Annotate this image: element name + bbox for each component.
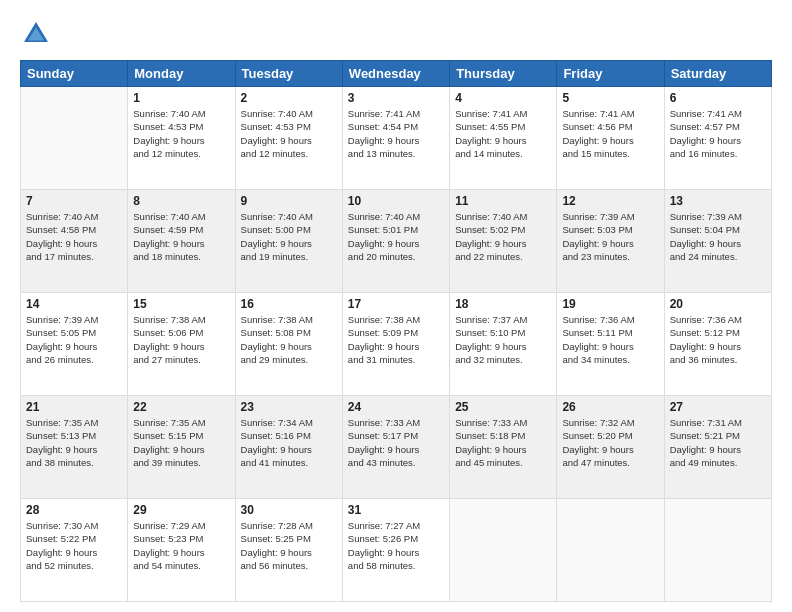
cell-content: Sunrise: 7:31 AM Sunset: 5:21 PM Dayligh… xyxy=(670,416,766,469)
cell-content: Sunrise: 7:40 AM Sunset: 5:02 PM Dayligh… xyxy=(455,210,551,263)
day-number: 11 xyxy=(455,194,551,208)
cell-content: Sunrise: 7:35 AM Sunset: 5:15 PM Dayligh… xyxy=(133,416,229,469)
day-number: 16 xyxy=(241,297,337,311)
day-number: 5 xyxy=(562,91,658,105)
header xyxy=(20,18,772,50)
calendar-cell: 12Sunrise: 7:39 AM Sunset: 5:03 PM Dayli… xyxy=(557,190,664,293)
cell-content: Sunrise: 7:40 AM Sunset: 4:53 PM Dayligh… xyxy=(241,107,337,160)
calendar-cell: 1Sunrise: 7:40 AM Sunset: 4:53 PM Daylig… xyxy=(128,87,235,190)
column-header-wednesday: Wednesday xyxy=(342,61,449,87)
calendar-cell xyxy=(557,499,664,602)
calendar-cell: 15Sunrise: 7:38 AM Sunset: 5:06 PM Dayli… xyxy=(128,293,235,396)
calendar-cell: 2Sunrise: 7:40 AM Sunset: 4:53 PM Daylig… xyxy=(235,87,342,190)
cell-content: Sunrise: 7:38 AM Sunset: 5:09 PM Dayligh… xyxy=(348,313,444,366)
calendar-cell xyxy=(21,87,128,190)
cell-content: Sunrise: 7:30 AM Sunset: 5:22 PM Dayligh… xyxy=(26,519,122,572)
cell-content: Sunrise: 7:38 AM Sunset: 5:08 PM Dayligh… xyxy=(241,313,337,366)
cell-content: Sunrise: 7:40 AM Sunset: 5:01 PM Dayligh… xyxy=(348,210,444,263)
calendar-cell: 17Sunrise: 7:38 AM Sunset: 5:09 PM Dayli… xyxy=(342,293,449,396)
calendar-cell: 28Sunrise: 7:30 AM Sunset: 5:22 PM Dayli… xyxy=(21,499,128,602)
cell-content: Sunrise: 7:41 AM Sunset: 4:56 PM Dayligh… xyxy=(562,107,658,160)
cell-content: Sunrise: 7:33 AM Sunset: 5:18 PM Dayligh… xyxy=(455,416,551,469)
day-number: 8 xyxy=(133,194,229,208)
cell-content: Sunrise: 7:41 AM Sunset: 4:54 PM Dayligh… xyxy=(348,107,444,160)
calendar-cell: 16Sunrise: 7:38 AM Sunset: 5:08 PM Dayli… xyxy=(235,293,342,396)
day-number: 26 xyxy=(562,400,658,414)
cell-content: Sunrise: 7:40 AM Sunset: 4:58 PM Dayligh… xyxy=(26,210,122,263)
column-header-saturday: Saturday xyxy=(664,61,771,87)
logo-icon xyxy=(20,18,52,50)
day-number: 13 xyxy=(670,194,766,208)
calendar-cell: 14Sunrise: 7:39 AM Sunset: 5:05 PM Dayli… xyxy=(21,293,128,396)
column-header-thursday: Thursday xyxy=(450,61,557,87)
cell-content: Sunrise: 7:37 AM Sunset: 5:10 PM Dayligh… xyxy=(455,313,551,366)
cell-content: Sunrise: 7:39 AM Sunset: 5:04 PM Dayligh… xyxy=(670,210,766,263)
day-number: 7 xyxy=(26,194,122,208)
calendar-cell: 30Sunrise: 7:28 AM Sunset: 5:25 PM Dayli… xyxy=(235,499,342,602)
day-number: 12 xyxy=(562,194,658,208)
calendar-cell: 25Sunrise: 7:33 AM Sunset: 5:18 PM Dayli… xyxy=(450,396,557,499)
column-header-monday: Monday xyxy=(128,61,235,87)
calendar-cell xyxy=(664,499,771,602)
calendar-cell: 31Sunrise: 7:27 AM Sunset: 5:26 PM Dayli… xyxy=(342,499,449,602)
calendar-cell: 10Sunrise: 7:40 AM Sunset: 5:01 PM Dayli… xyxy=(342,190,449,293)
day-number: 31 xyxy=(348,503,444,517)
day-number: 30 xyxy=(241,503,337,517)
day-number: 17 xyxy=(348,297,444,311)
calendar-cell: 27Sunrise: 7:31 AM Sunset: 5:21 PM Dayli… xyxy=(664,396,771,499)
cell-content: Sunrise: 7:41 AM Sunset: 4:57 PM Dayligh… xyxy=(670,107,766,160)
cell-content: Sunrise: 7:34 AM Sunset: 5:16 PM Dayligh… xyxy=(241,416,337,469)
page: SundayMondayTuesdayWednesdayThursdayFrid… xyxy=(0,0,792,612)
calendar-cell xyxy=(450,499,557,602)
cell-content: Sunrise: 7:35 AM Sunset: 5:13 PM Dayligh… xyxy=(26,416,122,469)
cell-content: Sunrise: 7:40 AM Sunset: 5:00 PM Dayligh… xyxy=(241,210,337,263)
calendar-cell: 4Sunrise: 7:41 AM Sunset: 4:55 PM Daylig… xyxy=(450,87,557,190)
calendar-cell: 24Sunrise: 7:33 AM Sunset: 5:17 PM Dayli… xyxy=(342,396,449,499)
day-number: 27 xyxy=(670,400,766,414)
day-number: 18 xyxy=(455,297,551,311)
calendar-cell: 19Sunrise: 7:36 AM Sunset: 5:11 PM Dayli… xyxy=(557,293,664,396)
cell-content: Sunrise: 7:36 AM Sunset: 5:11 PM Dayligh… xyxy=(562,313,658,366)
cell-content: Sunrise: 7:27 AM Sunset: 5:26 PM Dayligh… xyxy=(348,519,444,572)
day-number: 1 xyxy=(133,91,229,105)
column-header-sunday: Sunday xyxy=(21,61,128,87)
calendar-cell: 9Sunrise: 7:40 AM Sunset: 5:00 PM Daylig… xyxy=(235,190,342,293)
column-header-tuesday: Tuesday xyxy=(235,61,342,87)
cell-content: Sunrise: 7:40 AM Sunset: 4:59 PM Dayligh… xyxy=(133,210,229,263)
logo xyxy=(20,18,58,50)
cell-content: Sunrise: 7:29 AM Sunset: 5:23 PM Dayligh… xyxy=(133,519,229,572)
calendar-cell: 18Sunrise: 7:37 AM Sunset: 5:10 PM Dayli… xyxy=(450,293,557,396)
day-number: 22 xyxy=(133,400,229,414)
calendar-table: SundayMondayTuesdayWednesdayThursdayFrid… xyxy=(20,60,772,602)
cell-content: Sunrise: 7:40 AM Sunset: 4:53 PM Dayligh… xyxy=(133,107,229,160)
day-number: 6 xyxy=(670,91,766,105)
calendar-cell: 6Sunrise: 7:41 AM Sunset: 4:57 PM Daylig… xyxy=(664,87,771,190)
calendar-cell: 5Sunrise: 7:41 AM Sunset: 4:56 PM Daylig… xyxy=(557,87,664,190)
day-number: 25 xyxy=(455,400,551,414)
cell-content: Sunrise: 7:28 AM Sunset: 5:25 PM Dayligh… xyxy=(241,519,337,572)
column-header-friday: Friday xyxy=(557,61,664,87)
calendar-week-row: 1Sunrise: 7:40 AM Sunset: 4:53 PM Daylig… xyxy=(21,87,772,190)
day-number: 28 xyxy=(26,503,122,517)
day-number: 29 xyxy=(133,503,229,517)
calendar-cell: 7Sunrise: 7:40 AM Sunset: 4:58 PM Daylig… xyxy=(21,190,128,293)
calendar-cell: 23Sunrise: 7:34 AM Sunset: 5:16 PM Dayli… xyxy=(235,396,342,499)
calendar-cell: 13Sunrise: 7:39 AM Sunset: 5:04 PM Dayli… xyxy=(664,190,771,293)
day-number: 20 xyxy=(670,297,766,311)
day-number: 14 xyxy=(26,297,122,311)
calendar-cell: 20Sunrise: 7:36 AM Sunset: 5:12 PM Dayli… xyxy=(664,293,771,396)
day-number: 4 xyxy=(455,91,551,105)
cell-content: Sunrise: 7:33 AM Sunset: 5:17 PM Dayligh… xyxy=(348,416,444,469)
day-number: 21 xyxy=(26,400,122,414)
day-number: 23 xyxy=(241,400,337,414)
calendar-week-row: 21Sunrise: 7:35 AM Sunset: 5:13 PM Dayli… xyxy=(21,396,772,499)
calendar-cell: 11Sunrise: 7:40 AM Sunset: 5:02 PM Dayli… xyxy=(450,190,557,293)
day-number: 9 xyxy=(241,194,337,208)
calendar-cell: 22Sunrise: 7:35 AM Sunset: 5:15 PM Dayli… xyxy=(128,396,235,499)
calendar-cell: 3Sunrise: 7:41 AM Sunset: 4:54 PM Daylig… xyxy=(342,87,449,190)
calendar-week-row: 28Sunrise: 7:30 AM Sunset: 5:22 PM Dayli… xyxy=(21,499,772,602)
cell-content: Sunrise: 7:39 AM Sunset: 5:05 PM Dayligh… xyxy=(26,313,122,366)
cell-content: Sunrise: 7:39 AM Sunset: 5:03 PM Dayligh… xyxy=(562,210,658,263)
day-number: 10 xyxy=(348,194,444,208)
cell-content: Sunrise: 7:41 AM Sunset: 4:55 PM Dayligh… xyxy=(455,107,551,160)
